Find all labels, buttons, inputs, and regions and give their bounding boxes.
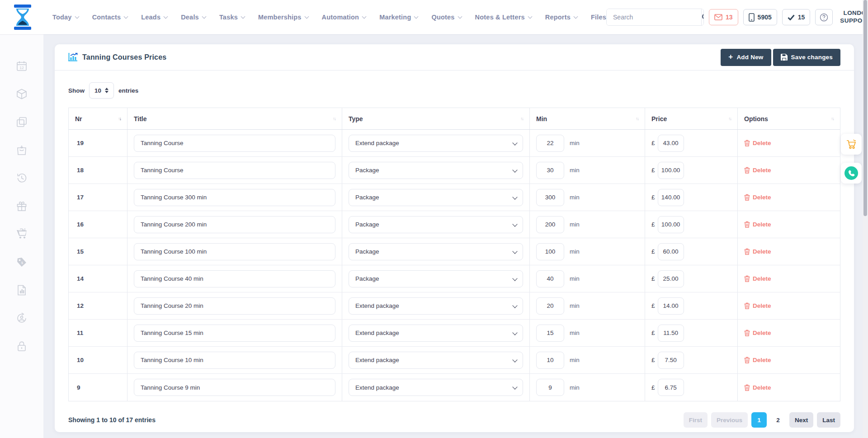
price-input[interactable]	[658, 216, 684, 233]
nav-item-memberships[interactable]: Memberships	[258, 14, 308, 21]
price-input[interactable]	[658, 297, 684, 315]
nav-item-tasks[interactable]: Tasks	[219, 14, 245, 21]
min-input[interactable]	[536, 325, 564, 342]
pagination-next-button[interactable]: Next	[789, 412, 813, 428]
pagination-previous-button[interactable]: Previous	[711, 412, 748, 428]
delete-button[interactable]: Delete	[744, 194, 771, 201]
column-header-nr[interactable]: Nr ↑↓	[69, 108, 127, 129]
column-header-type[interactable]: Type ↑↓	[342, 108, 530, 129]
price-input[interactable]	[658, 135, 684, 152]
type-select[interactable]: Extend packagePackage	[349, 352, 523, 369]
add-new-button[interactable]: + Add New	[721, 49, 771, 66]
title-input[interactable]	[134, 135, 335, 152]
help-button[interactable]	[815, 9, 833, 25]
title-input[interactable]	[134, 216, 335, 233]
type-select[interactable]: Extend packagePackage	[349, 162, 523, 179]
price-input[interactable]	[658, 189, 684, 206]
delete-button[interactable]: Delete	[744, 384, 771, 391]
pagination-page-2[interactable]: 2	[770, 412, 786, 428]
column-header-min[interactable]: Min ↑↓	[530, 108, 645, 129]
nav-item-automation[interactable]: Automation	[322, 14, 366, 21]
nav-item-notes-letters[interactable]: Notes & Letters	[475, 14, 532, 21]
delete-button[interactable]: Delete	[744, 248, 771, 255]
pagination-last-button[interactable]: Last	[817, 412, 840, 428]
type-select[interactable]: Extend packagePackage	[349, 270, 523, 287]
nav-item-quotes[interactable]: Quotes	[431, 14, 461, 21]
delete-button[interactable]: Delete	[744, 275, 771, 282]
min-input[interactable]	[536, 270, 564, 287]
save-changes-button[interactable]: Save changes	[773, 49, 840, 66]
title-input[interactable]	[134, 325, 335, 342]
nav-item-contacts[interactable]: Contacts	[92, 14, 128, 21]
min-input[interactable]	[536, 216, 564, 233]
nav-item-today[interactable]: Today	[52, 14, 79, 21]
app-logo-hourglass-icon[interactable]	[12, 5, 33, 30]
phone-badge[interactable]: 5905	[743, 9, 777, 25]
nav-item-marketing[interactable]: Marketing	[379, 14, 418, 21]
nav-item-leads[interactable]: Leads	[141, 14, 167, 21]
min-input[interactable]	[536, 135, 564, 152]
page-size-select[interactable]: 10	[89, 82, 114, 99]
title-input[interactable]	[134, 297, 335, 315]
nav-item-deals[interactable]: Deals	[181, 14, 206, 21]
report-icon[interactable]	[15, 284, 28, 297]
nav-item-reports[interactable]: Reports	[545, 14, 577, 21]
pagination-first-button[interactable]: First	[684, 412, 708, 428]
cart-icon[interactable]	[15, 228, 28, 240]
delete-button[interactable]: Delete	[744, 330, 771, 336]
price-input[interactable]	[658, 325, 684, 342]
delete-button[interactable]: Delete	[744, 221, 771, 228]
account-icon[interactable]	[15, 312, 28, 325]
delete-button[interactable]: Delete	[744, 357, 771, 363]
column-header-options[interactable]: Options ↑↓	[738, 108, 840, 129]
history-icon[interactable]	[15, 172, 28, 184]
calendar-icon[interactable]: 12	[15, 60, 28, 72]
min-input[interactable]	[536, 189, 564, 206]
floating-cart-button[interactable]	[841, 134, 862, 155]
table-row: 15 Extend packagePackage min £ Delete	[69, 238, 840, 265]
title-input[interactable]	[134, 189, 335, 206]
scrollbar-thumb[interactable]	[863, 0, 867, 216]
copy-icon[interactable]	[15, 116, 28, 128]
price-input[interactable]	[658, 243, 684, 260]
delete-button[interactable]: Delete	[744, 167, 771, 174]
price-input[interactable]	[658, 162, 684, 179]
title-input[interactable]	[134, 243, 335, 260]
search-icon[interactable]	[701, 9, 704, 25]
lock-icon[interactable]	[15, 340, 28, 353]
min-input[interactable]	[536, 352, 564, 369]
delete-button[interactable]: Delete	[744, 302, 771, 309]
floating-call-button[interactable]	[841, 163, 862, 184]
mail-badge[interactable]: 13	[709, 9, 738, 25]
min-input[interactable]	[536, 297, 564, 315]
shopping-bag-icon[interactable]	[15, 144, 28, 156]
tasks-badge[interactable]: 15	[782, 9, 811, 25]
price-input[interactable]	[658, 379, 684, 396]
delete-button[interactable]: Delete	[744, 140, 771, 146]
type-select[interactable]: Extend packagePackage	[349, 243, 523, 260]
type-select[interactable]: Extend packagePackage	[349, 379, 523, 396]
package-icon[interactable]	[15, 88, 28, 100]
search-input[interactable]	[607, 9, 701, 25]
page-scrollbar[interactable]	[863, 0, 868, 438]
column-header-title[interactable]: Title ↑↓	[127, 108, 342, 129]
type-select[interactable]: Extend packagePackage	[349, 135, 523, 152]
price-input[interactable]	[658, 352, 684, 369]
nav-item-files[interactable]: Files	[591, 14, 606, 21]
price-input[interactable]	[658, 270, 684, 287]
type-select[interactable]: Extend packagePackage	[349, 189, 523, 206]
min-input[interactable]	[536, 379, 564, 396]
type-select[interactable]: Extend packagePackage	[349, 297, 523, 315]
title-input[interactable]	[134, 162, 335, 179]
gift-icon[interactable]	[15, 200, 28, 212]
title-input[interactable]	[134, 379, 335, 396]
type-select[interactable]: Extend packagePackage	[349, 325, 523, 342]
title-input[interactable]	[134, 270, 335, 287]
column-header-price[interactable]: Price ↑↓	[645, 108, 738, 129]
pagination-page-1[interactable]: 1	[751, 412, 767, 428]
min-input[interactable]	[536, 243, 564, 260]
price-tag-icon[interactable]: $	[15, 256, 28, 268]
type-select[interactable]: Extend packagePackage	[349, 216, 523, 233]
title-input[interactable]	[134, 352, 335, 369]
min-input[interactable]	[536, 162, 564, 179]
